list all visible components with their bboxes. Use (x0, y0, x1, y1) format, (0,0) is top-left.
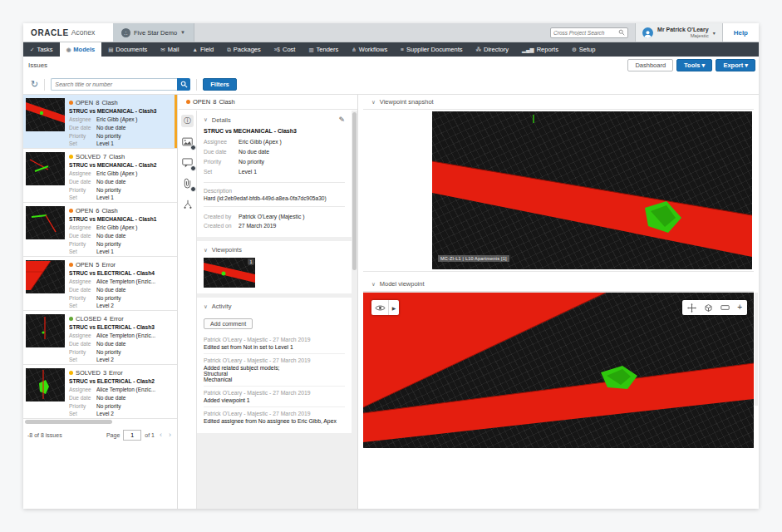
chevron-down-icon[interactable]: ∨ (371, 281, 376, 288)
page-number-input[interactable] (123, 430, 141, 441)
issue-number: 8 (96, 99, 99, 106)
status-dot (69, 155, 73, 159)
activity-section-title: Activity (212, 303, 232, 310)
eye-button[interactable] (371, 300, 389, 315)
tab-reports[interactable]: ▂▄▆Reports (515, 42, 565, 57)
issue-title: STRUC vs ELECTRICAL - Clash4 (69, 270, 174, 276)
horizontal-scrollbar[interactable] (23, 419, 177, 426)
pan-button[interactable] (687, 303, 696, 313)
user-name: Mr Patrick O'Leary (657, 27, 709, 33)
created-on-value: 27 March 2019 (239, 221, 276, 231)
page-label: Page (106, 432, 120, 438)
tab-field[interactable]: ▲Field (185, 42, 220, 57)
vertical-scrollbar-thumb[interactable] (352, 112, 357, 270)
issue-number: 4 (104, 315, 107, 323)
details-section: ∨ Details ✎ STRUC vs MECHANICAL - Clash3… (197, 111, 352, 237)
add-comment-button[interactable]: Add comment (204, 318, 253, 329)
tab-directory[interactable]: ⁂Directory (470, 42, 516, 57)
tab-tasks[interactable]: ✓Tasks (23, 42, 60, 57)
status-dot (69, 263, 73, 267)
related-models-tab-button[interactable] (181, 198, 194, 210)
status-dot (186, 100, 190, 104)
model-viewport[interactable] (363, 293, 754, 448)
tab-supplier-documents[interactable]: ≡Supplier Documents (394, 42, 469, 57)
issue-type: Error (109, 369, 123, 377)
issue-list-item[interactable]: CLOSED4Error STRUC vs ELECTRICAL - Clash… (23, 311, 177, 365)
detail-issue-title: STRUC vs MECHANICAL - Clash3 (204, 128, 345, 134)
issue-title: STRUC vs ELECTRICAL - Clash2 (69, 378, 174, 384)
scrollbar-thumb[interactable] (25, 420, 112, 424)
issue-number: 7 (103, 153, 106, 160)
detail-type: Clash (219, 98, 234, 106)
detail-priority: No priority (239, 157, 264, 167)
tab-workflows[interactable]: ⋔Workflows (345, 42, 394, 57)
project-name: Five Star Demo (134, 29, 177, 37)
dashboard-button[interactable]: Dashboard (627, 59, 673, 71)
chevron-down-icon[interactable]: ∨ (204, 247, 208, 254)
prev-page-button[interactable]: ‹ (158, 431, 164, 439)
zoom-out-button[interactable] (721, 304, 730, 311)
tab-models[interactable]: ◉Models (60, 42, 102, 57)
refresh-icon[interactable]: ↻ (31, 80, 38, 89)
supplier-documents-icon: ≡ (401, 47, 404, 52)
section-cube-button[interactable] (704, 303, 713, 313)
chevron-down-icon: ▼ (180, 30, 185, 35)
tab-setup[interactable]: ⚙Setup (565, 42, 602, 57)
issue-type: Clash (101, 99, 117, 106)
issue-title: STRUC vs ELECTRICAL - Clash3 (69, 324, 174, 330)
cross-project-search[interactable] (550, 27, 628, 38)
comments-tab-button[interactable] (181, 156, 194, 169)
edit-pencil-icon[interactable]: ✎ (338, 116, 345, 124)
project-selector[interactable]: ∴ Five Star Demo ▼ (113, 23, 194, 42)
issue-list-item[interactable]: OPEN8Clash STRUC vs MECHANICAL - Clash3 … (23, 95, 177, 149)
issue-list-item[interactable]: OPEN6Clash STRUC vs MECHANICAL - Clash1 … (23, 203, 177, 257)
issue-list-item[interactable]: OPEN5Error STRUC vs ELECTRICAL - Clash4 … (23, 257, 177, 311)
detail-icon-rail: ⓘ (179, 111, 196, 509)
issue-list-item[interactable]: SOLVED7Clash STRUC vs MECHANICAL - Clash… (23, 149, 177, 203)
tab-cost[interactable]: »$Cost (268, 42, 302, 57)
chevron-down-icon[interactable]: ∨ (204, 116, 208, 123)
viewpoints-tab-button[interactable] (181, 135, 194, 148)
activity-meta: Patrick O'Leary - Majestic - 27 March 20… (204, 337, 345, 342)
detail-number: 8 (213, 98, 216, 106)
filters-button[interactable]: Filters (203, 78, 237, 91)
eye-icon (375, 304, 386, 312)
activity-entry: Patrick O'Leary - Majestic - 27 March 20… (204, 406, 345, 427)
expand-arrow-button[interactable]: ▶ (389, 300, 399, 315)
issue-detail-panel: OPEN 8 Clash ⓘ (179, 95, 358, 509)
chevron-down-icon[interactable]: ∨ (371, 99, 376, 106)
tab-mail[interactable]: ✉Mail (154, 42, 185, 57)
search-button[interactable] (177, 78, 190, 91)
activity-text: Added related subject models; Structural… (204, 365, 345, 382)
product-name: Aconex (71, 28, 95, 37)
export-button[interactable]: Export ▾ (716, 59, 755, 71)
tenders-icon: ▥ (308, 47, 313, 53)
user-menu[interactable]: Mr Patrick O'Leary Majestic ▾ (635, 23, 722, 42)
page-header: Issues Dashboard Tools ▾ Export ▾ (23, 57, 759, 75)
next-page-button[interactable]: › (167, 431, 173, 439)
tab-tenders[interactable]: ▥Tenders (302, 42, 345, 57)
tools-button[interactable]: Tools ▾ (676, 59, 712, 71)
minus-icon (721, 304, 730, 311)
issue-thumbnail (26, 260, 65, 293)
cross-project-search-input[interactable] (553, 30, 618, 36)
tab-documents[interactable]: ▤Documents (101, 42, 154, 57)
help-link[interactable]: Help (722, 23, 759, 42)
issue-search-input[interactable] (51, 78, 177, 91)
status-dot (69, 101, 73, 105)
chevron-down-icon[interactable]: ∨ (204, 303, 208, 310)
top-bar: ORACLE Aconex ∴ Five Star Demo ▼ Mr Patr… (23, 23, 759, 42)
info-tab-button[interactable]: ⓘ (181, 115, 194, 127)
issue-list-item[interactable]: SOLVED3Error STRUC vs ELECTRICAL - Clash… (23, 365, 177, 419)
right-scrollbar-track[interactable] (755, 293, 758, 406)
zoom-in-button[interactable]: + (737, 303, 742, 312)
issue-thumbnail (26, 98, 65, 131)
viewpoint-thumbnail[interactable]: 1 (204, 258, 255, 288)
attachments-tab-button[interactable] (181, 177, 194, 190)
search-icon[interactable] (618, 29, 625, 36)
viewpoint-panels: ∨ Viewpoint snapshot MC-ZI-L1 | L10 Apar… (363, 95, 754, 509)
tab-packages[interactable]: ⧉Packages (220, 42, 268, 57)
created-by-label: Created by (204, 212, 239, 222)
issue-title: STRUC vs MECHANICAL - Clash2 (69, 162, 174, 168)
oracle-logo: ORACLE (31, 28, 69, 37)
